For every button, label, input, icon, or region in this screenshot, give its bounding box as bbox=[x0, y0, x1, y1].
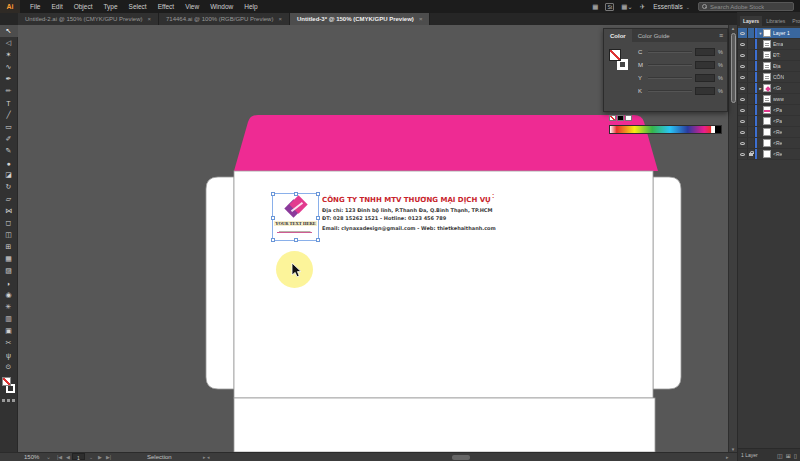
selection-handle[interactable] bbox=[271, 192, 275, 196]
visibility-cell[interactable] bbox=[738, 50, 748, 60]
previous-artboard-button[interactable]: ◀ bbox=[66, 453, 70, 461]
channel-value-field[interactable] bbox=[695, 61, 715, 69]
eye-icon[interactable] bbox=[740, 120, 745, 123]
stock-search-input[interactable]: Search Adobe Stock bbox=[698, 2, 794, 11]
eyedropper-tool[interactable]: ◗ bbox=[0, 277, 18, 289]
artboard-tool[interactable]: ▣ bbox=[0, 325, 18, 337]
hscroll-arrows-icon[interactable]: ▸ ◂ bbox=[203, 453, 209, 461]
arrange-documents-icon[interactable]: ▦ bbox=[592, 3, 598, 11]
adobe-stock-icon[interactable]: St bbox=[605, 3, 614, 11]
vertical-scroll-thumb[interactable] bbox=[731, 33, 736, 103]
visibility-cell[interactable] bbox=[738, 83, 748, 93]
channel-value-field[interactable] bbox=[695, 48, 715, 56]
drawing-mode-icon[interactable] bbox=[7, 399, 10, 402]
color-spectrum-bar[interactable] bbox=[609, 125, 722, 134]
column-graph-tool[interactable]: ▥ bbox=[0, 313, 18, 325]
eye-icon[interactable] bbox=[740, 54, 745, 57]
selection-handle[interactable] bbox=[271, 216, 275, 220]
lock-cell[interactable] bbox=[748, 116, 755, 126]
eye-icon[interactable] bbox=[740, 142, 745, 145]
eye-icon[interactable] bbox=[740, 131, 745, 134]
selection-bounding-box[interactable]: YOUR TEXT HERE bbox=[272, 193, 319, 241]
channel-value-field[interactable] bbox=[695, 87, 715, 95]
next-artboard-button[interactable]: ▶ bbox=[98, 453, 102, 461]
selection-handle[interactable] bbox=[316, 216, 320, 220]
lock-cell[interactable] bbox=[748, 138, 755, 148]
shaper-tool[interactable]: ✎ bbox=[0, 145, 18, 157]
layer-row-6[interactable]: ▸<Gr bbox=[738, 83, 800, 94]
visibility-cell[interactable] bbox=[738, 127, 748, 137]
lock-cell[interactable] bbox=[748, 72, 755, 82]
magic-wand-tool[interactable]: ✶ bbox=[0, 49, 18, 61]
layer-row-9[interactable]: <Pa bbox=[738, 116, 800, 127]
document-tab-1[interactable]: Untitled-2.ai @ 150% (CMYK/GPU Preview)× bbox=[18, 13, 159, 25]
visibility-cell[interactable] bbox=[738, 138, 748, 148]
lock-cell[interactable] bbox=[748, 149, 755, 159]
type-tool[interactable]: T bbox=[0, 97, 18, 109]
last-artboard-button[interactable]: ▶| bbox=[106, 453, 111, 461]
new-layer-icon[interactable]: ⊞ bbox=[786, 452, 791, 459]
toolbar-fill-stroke-proxy[interactable] bbox=[0, 376, 18, 396]
channel-value-field[interactable] bbox=[695, 74, 715, 82]
eraser-tool[interactable]: ◪ bbox=[0, 169, 18, 181]
document-tab-3[interactable]: Untitled-3* @ 150% (CMYK/GPU Preview)× bbox=[290, 13, 430, 25]
lock-cell[interactable] bbox=[748, 50, 755, 60]
curvature-tool[interactable]: ✏ bbox=[0, 85, 18, 97]
menu-type[interactable]: Type bbox=[103, 3, 117, 10]
panel-menu-icon[interactable]: ≡ bbox=[715, 29, 727, 42]
envelope-flap[interactable] bbox=[234, 115, 658, 171]
visibility-cell[interactable] bbox=[738, 116, 748, 126]
pen-tool[interactable]: ✒ bbox=[0, 73, 18, 85]
panel-tab-layers[interactable]: Layers bbox=[740, 16, 762, 26]
lock-cell[interactable] bbox=[748, 105, 755, 115]
drawing-mode-buttons[interactable] bbox=[2, 399, 15, 402]
symbol-sprayer-tool[interactable]: ✳ bbox=[0, 301, 18, 313]
layer-row-1[interactable]: ▾Layer 1 bbox=[738, 28, 800, 39]
artboard-number[interactable]: 1 bbox=[72, 453, 85, 460]
layer-row-11[interactable]: <Re bbox=[738, 138, 800, 149]
channel-slider[interactable] bbox=[648, 90, 692, 92]
eye-icon[interactable] bbox=[740, 65, 745, 68]
layer-row-2[interactable]: Ema bbox=[738, 39, 800, 50]
menu-select[interactable]: Select bbox=[129, 3, 147, 10]
share-icon[interactable]: ✈ bbox=[640, 3, 645, 11]
lock-cell[interactable] bbox=[748, 28, 755, 38]
free-transform-tool[interactable]: ◻ bbox=[0, 217, 18, 229]
panel-tab-libraries[interactable]: Libraries bbox=[763, 16, 788, 26]
selection-handle[interactable] bbox=[271, 238, 275, 242]
zoom-level[interactable]: 150% bbox=[24, 453, 39, 461]
selection-tool[interactable]: ↖ bbox=[0, 25, 18, 37]
layer-row-4[interactable]: Địa bbox=[738, 61, 800, 72]
zoom-tool[interactable]: ⊙ bbox=[0, 361, 18, 373]
eye-icon[interactable] bbox=[740, 153, 745, 156]
menu-edit[interactable]: Edit bbox=[51, 3, 62, 10]
horizontal-scroll-thumb[interactable] bbox=[452, 455, 470, 460]
lock-cell[interactable] bbox=[748, 94, 755, 104]
layer-row-8[interactable]: <Pa bbox=[738, 105, 800, 116]
menu-window[interactable]: Window bbox=[210, 3, 233, 10]
paintbrush-tool[interactable]: ✐ bbox=[0, 133, 18, 145]
zoom-chevron-icon[interactable]: ⌄ bbox=[46, 453, 51, 461]
layer-row-3[interactable]: ĐT: bbox=[738, 50, 800, 61]
tab-color[interactable]: Color bbox=[604, 29, 632, 42]
envelope-left-tab[interactable] bbox=[206, 177, 234, 389]
eye-icon[interactable] bbox=[740, 98, 745, 101]
rectangle-tool[interactable]: ▭ bbox=[0, 121, 18, 133]
channel-slider[interactable] bbox=[648, 64, 692, 66]
panel-tab-prope[interactable]: Prope bbox=[789, 16, 800, 26]
layer-row-7[interactable]: www bbox=[738, 94, 800, 105]
black-swatch[interactable] bbox=[617, 115, 624, 121]
scroll-up-icon[interactable]: ▴ bbox=[729, 25, 737, 31]
visibility-cell[interactable] bbox=[738, 94, 748, 104]
lock-cell[interactable] bbox=[748, 61, 755, 71]
mesh-tool[interactable]: ▦ bbox=[0, 253, 18, 265]
menu-effect[interactable]: Effect bbox=[158, 3, 175, 10]
close-tab-icon[interactable]: × bbox=[278, 16, 282, 22]
layer-row-12[interactable]: <Re bbox=[738, 149, 800, 160]
company-logo[interactable] bbox=[285, 197, 307, 219]
fill-stroke-proxy[interactable] bbox=[609, 49, 631, 73]
menu-object[interactable]: Object bbox=[74, 3, 93, 10]
shape-builder-tool[interactable]: ◫ bbox=[0, 229, 18, 241]
hand-tool[interactable]: ψ bbox=[0, 349, 18, 361]
artboard-chevron-icon[interactable]: ⌄ bbox=[89, 453, 93, 461]
